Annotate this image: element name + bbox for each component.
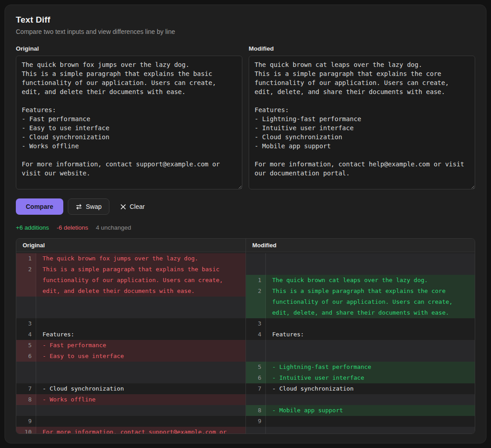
original-input-label: Original	[16, 45, 242, 52]
line-text	[266, 318, 475, 329]
line-number: 3	[246, 318, 266, 329]
line-number	[246, 394, 266, 405]
diff-row: 9	[16, 416, 246, 427]
diff-row: 9	[246, 416, 475, 427]
diff-row: 6- Intuitive user interface	[246, 373, 475, 383]
line-text: This is a simple paragraph that explains…	[36, 264, 246, 297]
line-number: 8	[16, 394, 36, 405]
diff-spacer-row	[246, 394, 475, 405]
toolbar: Compare Swap Clear	[16, 198, 475, 215]
line-number: 1	[16, 253, 36, 264]
line-text	[36, 318, 246, 329]
line-text	[36, 416, 246, 427]
diff-row: 10For more information, contact support@…	[16, 427, 246, 434]
line-text: This is a simple paragraph that explains…	[266, 286, 475, 318]
line-number: 9	[246, 416, 266, 427]
diff-row: 4Features:	[246, 329, 475, 340]
modified-textarea[interactable]: The quick brown cat leaps over the lazy …	[249, 56, 475, 189]
line-text	[36, 405, 246, 416]
unchanged-count: 4 unchanged	[96, 224, 131, 231]
clear-button-label: Clear	[130, 203, 145, 210]
line-text: - Cloud synchronization	[36, 383, 246, 394]
diff-row: 6- Easy to use interface	[16, 351, 246, 362]
line-number: 7	[16, 383, 36, 394]
diff-row: 1The quick brown cat leaps over the lazy…	[246, 275, 475, 286]
diff-row: 7- Cloud synchronization	[16, 383, 246, 394]
line-text	[36, 362, 246, 383]
line-number	[246, 427, 266, 434]
diff-spacer-row	[246, 340, 475, 362]
line-number: 5	[246, 362, 266, 373]
line-text	[266, 340, 475, 362]
line-number: 5	[16, 340, 36, 351]
diff-body-original[interactable]: 1The quick brown fox jumps over the lazy…	[16, 252, 246, 434]
line-number: 9	[16, 416, 36, 427]
line-text: - Fast performance	[36, 340, 246, 351]
line-text: The quick brown fox jumps over the lazy …	[36, 253, 246, 264]
text-diff-card: Text Diff Compare two text inputs and vi…	[5, 5, 486, 443]
line-number: 6	[246, 373, 266, 383]
line-number: 4	[16, 329, 36, 340]
page-title: Text Diff	[16, 15, 475, 25]
original-input-group: Original The quick brown fox jumps over …	[16, 45, 242, 191]
line-text: - Works offline	[36, 394, 246, 405]
line-text: - Easy to use interface	[36, 351, 246, 362]
line-number: 2	[246, 286, 266, 318]
line-number: 10	[16, 427, 36, 434]
line-number: 8	[246, 405, 266, 416]
diff-row: 8- Mobile app support	[246, 405, 475, 416]
page-subtitle: Compare two text inputs and view differe…	[16, 28, 475, 35]
line-text: Features:	[266, 329, 475, 340]
diff-row: 4Features:	[16, 329, 246, 340]
line-text	[36, 297, 246, 318]
modified-input-label: Modified	[249, 45, 475, 52]
original-textarea[interactable]: The quick brown fox jumps over the lazy …	[16, 56, 242, 189]
diff-spacer-row	[246, 427, 475, 434]
diff-row: 3	[16, 318, 246, 329]
line-number	[16, 297, 36, 318]
compare-button-label: Compare	[26, 203, 53, 210]
additions-count: +6 additions	[16, 224, 49, 231]
diff-spacer-row	[16, 362, 246, 383]
line-text	[266, 394, 475, 405]
diff-pane-modified-title: Modified	[246, 239, 475, 252]
line-number: 4	[246, 329, 266, 340]
swap-button[interactable]: Swap	[68, 198, 109, 215]
diff-stats: +6 additions -6 deletions 4 unchanged	[16, 224, 475, 231]
diff-row: 8- Works offline	[16, 394, 246, 405]
line-number	[16, 405, 36, 416]
line-number: 1	[246, 275, 266, 286]
line-text: - Intuitive user interface	[266, 373, 475, 383]
diff-row: 2This is a simple paragraph that explain…	[16, 264, 246, 297]
input-section: Original The quick brown fox jumps over …	[16, 45, 475, 191]
swap-button-label: Swap	[86, 203, 102, 210]
diff-spacer-row	[16, 297, 246, 318]
x-icon	[120, 204, 126, 210]
line-text	[266, 427, 475, 434]
compare-button[interactable]: Compare	[16, 198, 63, 215]
line-text	[266, 253, 475, 275]
line-number: 7	[246, 383, 266, 394]
line-text	[266, 416, 475, 427]
diff-pane-original: Original 1The quick brown fox jumps over…	[16, 239, 246, 434]
diff-row: 1The quick brown fox jumps over the lazy…	[16, 253, 246, 264]
diff-body-modified[interactable]: 1The quick brown cat leaps over the lazy…	[246, 252, 475, 434]
diff-row: 2This is a simple paragraph that explain…	[246, 286, 475, 318]
line-text: For more information, contact support@ex…	[36, 427, 246, 434]
diff-viewer: Original 1The quick brown fox jumps over…	[16, 238, 475, 434]
line-number: 2	[16, 264, 36, 297]
line-text: - Mobile app support	[266, 405, 475, 416]
line-text: - Lightning-fast performance	[266, 362, 475, 373]
diff-row: 5- Fast performance	[16, 340, 246, 351]
diff-row: 7- Cloud synchronization	[246, 383, 475, 394]
modified-input-group: Modified The quick brown cat leaps over …	[249, 45, 475, 191]
swap-arrows-icon	[76, 203, 82, 210]
diff-row: 3	[246, 318, 475, 329]
line-number: 3	[16, 318, 36, 329]
clear-button[interactable]: Clear	[114, 198, 151, 215]
line-number	[246, 253, 266, 275]
diff-spacer-row	[16, 405, 246, 416]
diff-spacer-row	[246, 253, 475, 275]
line-number	[246, 340, 266, 362]
diff-pane-modified: Modified 1The quick brown cat leaps over…	[246, 239, 475, 434]
